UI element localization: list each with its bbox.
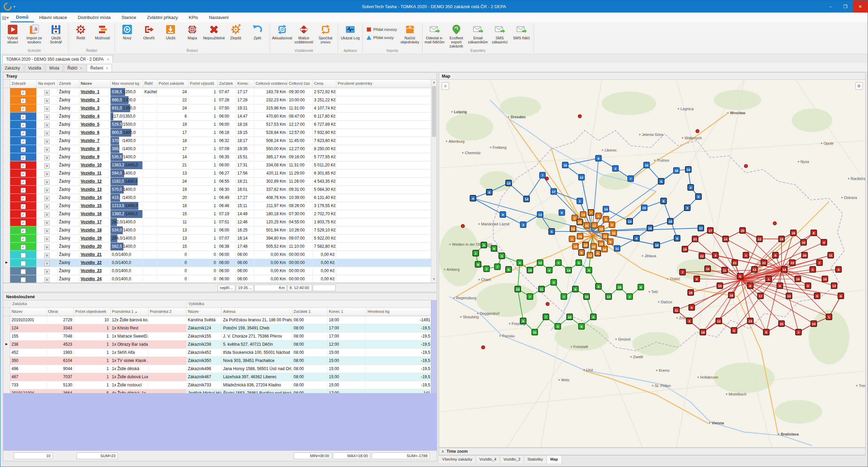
- ribbon-tab-distribu-n-m-sta[interactable]: Distribuční místa: [73, 13, 116, 22]
- map-marker-orange-9[interactable]: 9: [603, 217, 609, 222]
- map-marker-orange-5[interactable]: 5: [579, 250, 585, 256]
- map-marker-red-21[interactable]: 21: [732, 260, 738, 266]
- show-checkbox[interactable]: ✓: [21, 180, 26, 185]
- trasy-row-vozidlo-3[interactable]: ✓ŽádnýVozidlo 3831,0/1350,024107:5019:21…: [3, 104, 437, 113]
- map-marker-red-6[interactable]: 6: [838, 293, 844, 299]
- trasy-row-vozidlo-2[interactable]: ✓ŽádnýVozidlo 2666,0/1200,022107:2817:28…: [3, 96, 437, 104]
- map-marker-blue-16[interactable]: 16: [563, 162, 568, 168]
- map-marker-red-8[interactable]: 8: [773, 252, 778, 258]
- ribbon-button-ulo-it-sc-n[interactable]: Uložit Scénář: [45, 23, 67, 44]
- ribbon-button-spo-tat-znovu[interactable]: Spočítat znovu: [315, 23, 336, 44]
- map-marker-green-3[interactable]: 3: [555, 324, 561, 329]
- time-zoom-bar[interactable]: ∧ Time zoom: [439, 448, 866, 455]
- map-marker-red-9[interactable]: 9: [694, 276, 700, 282]
- map-marker-red-11[interactable]: 11: [828, 252, 834, 258]
- map-marker-red-5[interactable]: 5: [814, 293, 820, 299]
- map-marker-red-22[interactable]: 22: [699, 253, 705, 259]
- map-marker-green-9[interactable]: 9: [579, 324, 585, 329]
- neob-col-pozn-mka-1-pozn1[interactable]: Poznámka 1 ▲: [111, 308, 149, 316]
- ribbon-button-matice-vzd-lenost[interactable]: Matice vzdáleností: [293, 23, 315, 44]
- map-marker-red-11[interactable]: 11: [674, 307, 679, 313]
- export-checkbox[interactable]: [44, 204, 50, 209]
- show-checkbox[interactable]: ✓: [21, 171, 26, 177]
- map-tab-vozidlo-2[interactable]: Vozidlo_2: [500, 455, 524, 463]
- export-checkbox[interactable]: [44, 106, 50, 111]
- map-marker-green-3[interactable]: 3: [499, 253, 505, 259]
- minimize-button[interactable]: –: [823, 0, 838, 13]
- map-marker-green-2[interactable]: 2: [556, 260, 561, 266]
- export-checkbox[interactable]: [44, 123, 50, 128]
- ribbon-button-mapa[interactable]: Mapa: [181, 23, 203, 40]
- show-checkbox[interactable]: [21, 269, 26, 274]
- export-checkbox[interactable]: [44, 139, 50, 144]
- map-marker-blue-10[interactable]: 10: [668, 219, 673, 224]
- map-marker-green-11[interactable]: 11: [539, 286, 545, 292]
- vehicle-link[interactable]: Vozidlo 4: [81, 114, 99, 119]
- export-checkbox[interactable]: [44, 196, 50, 201]
- map-marker-red-17[interactable]: 17: [758, 293, 764, 299]
- depot-dot[interactable]: [481, 346, 485, 349]
- show-checkbox[interactable]: ✓: [21, 196, 26, 201]
- map-marker-green-7[interactable]: 7: [527, 294, 533, 300]
- map-marker-red-10[interactable]: 10: [801, 240, 807, 245]
- map-marker-green-14[interactable]: 14: [566, 267, 572, 273]
- map-marker-red-15[interactable]: 15: [779, 321, 785, 327]
- ribbon-button-ulo-it[interactable]: Uložit: [160, 23, 181, 40]
- trasy-row-vozidlo-18[interactable]: ✓ŽádnýVozidlo 18534,0/1400,013106:0016:2…: [3, 226, 437, 235]
- map-marker-red-13[interactable]: 13: [831, 283, 837, 289]
- depot-dot[interactable]: [578, 115, 581, 118]
- trasy-row-vozidlo-23[interactable]: ŽádnýVozidlo 230,0/1400,00006:0006:000,0…: [3, 267, 437, 275]
- map-marker-blue-17[interactable]: 17: [551, 189, 557, 195]
- map-marker-red-5[interactable]: 5: [737, 273, 743, 279]
- tab-idi-i[interactable]: Řidiči×: [64, 64, 86, 72]
- map-tab-v-echny-zak-zky[interactable]: Všechny zakázky: [439, 455, 476, 463]
- trasy-row-vozidlo-6[interactable]: ✓ŽádnýVozidlo 6900,0/1400,017106:1819:15…: [3, 129, 437, 137]
- map-marker-blue-12[interactable]: 12: [579, 175, 585, 180]
- map-marker-red-20[interactable]: 20: [740, 228, 746, 234]
- trasy-col-celkov-vzd-lenost[interactable]: Celková vzdálenost: [254, 80, 288, 88]
- vehicle-link[interactable]: Vozidlo 17: [81, 220, 102, 224]
- neob-col-za-tek-1-zacatek[interactable]: Začátek 1: [292, 308, 328, 316]
- map-tab-vozidlo-4[interactable]: Vozidlo_4: [476, 455, 500, 463]
- trasy-col-idi[interactable]: Řidič: [143, 80, 157, 88]
- trasy-row-vozidlo-1[interactable]: ✓ŽádnýVozidlo 1538,5/1200,0Kachel24107:4…: [3, 88, 437, 96]
- neob-scrollbar[interactable]: [431, 300, 437, 393]
- export-checkbox[interactable]: [44, 131, 50, 136]
- ribbon-tab-hlavn-situace[interactable]: Hlavní situace: [34, 13, 73, 22]
- ribbon-button-ecofleet-export-zak-zek[interactable]: Ecofleet export zakázek: [446, 23, 467, 48]
- map-marker-red-18[interactable]: 18: [779, 236, 785, 242]
- map-marker-red-20[interactable]: 20: [802, 252, 808, 258]
- trasy-col-konec[interactable]: Konec: [236, 80, 254, 88]
- map-marker-red-18[interactable]: 18: [700, 329, 706, 335]
- ribbon-tab-zvl-tn-p-kazy[interactable]: Zvláštní příkazy: [142, 13, 183, 22]
- map-marker-green-12[interactable]: 12: [606, 294, 612, 300]
- neob-row-467[interactable]: 467703711x Židle dubová LuxZákazník467Lá…: [3, 373, 437, 381]
- time-zoom-expand-icon[interactable]: ∧: [439, 449, 447, 454]
- map-marker-blue-4[interactable]: 4: [634, 236, 639, 241]
- show-checkbox[interactable]: ✓: [21, 188, 26, 193]
- map-tab-statistiky[interactable]: Statistiky: [524, 455, 547, 463]
- map-marker-red-1[interactable]: 1: [826, 314, 832, 320]
- map-marker-green-8[interactable]: 8: [638, 284, 644, 290]
- maximize-button[interactable]: ❐: [838, 0, 853, 13]
- ribbon-button-na-st-objedn-vky[interactable]: Načíst objednávky: [399, 23, 421, 44]
- map-marker-red-3[interactable]: 3: [687, 318, 692, 324]
- vehicle-link[interactable]: Vozidlo 13: [81, 187, 102, 192]
- vehicle-link[interactable]: Vozidlo 21: [81, 252, 102, 257]
- map-marker-red-14[interactable]: 14: [723, 236, 729, 242]
- map-marker-blue-10[interactable]: 10: [644, 162, 650, 168]
- neob-row-350[interactable]: 350610411x TV stolek Klasik ...Zákazník3…: [3, 357, 437, 365]
- vehicle-link[interactable]: Vozidlo 15: [81, 203, 102, 208]
- map-marker-red-2[interactable]: 2: [796, 329, 802, 335]
- map-marker-green-2[interactable]: 2: [627, 294, 633, 300]
- map-marker-red-12[interactable]: 12: [716, 318, 722, 324]
- tab-e-en[interactable]: Řešení×: [87, 64, 112, 72]
- vehicle-link[interactable]: Vozidlo 1: [81, 89, 99, 94]
- ribbon-tab-nastaven[interactable]: Nastavení: [203, 13, 234, 22]
- trasy-row-vozidlo-24[interactable]: ŽádnýVozidlo 240,0/1400,00006:0006:000,0…: [3, 275, 437, 283]
- map-marker-blue-9[interactable]: 9: [500, 212, 506, 218]
- map-marker-red-21[interactable]: 21: [692, 236, 698, 242]
- vehicle-link[interactable]: Vozidlo 12: [81, 179, 102, 184]
- map-marker-blue-15[interactable]: 15: [647, 225, 653, 231]
- neob-row-238[interactable]: ▶238452311x Obrazy Bar sadaZákazník2385.…: [3, 341, 437, 349]
